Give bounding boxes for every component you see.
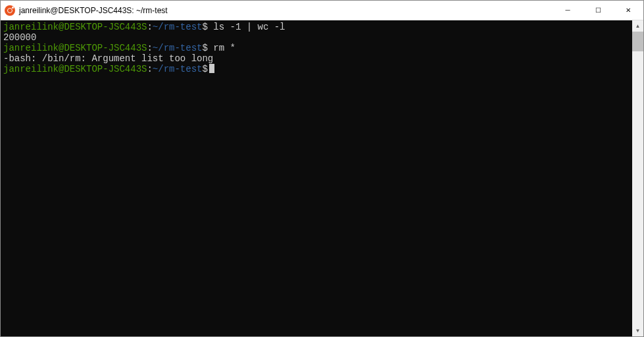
prompt-path: ~/rm-test xyxy=(153,22,203,32)
scroll-up-arrow-icon[interactable]: ▲ xyxy=(632,20,643,32)
terminal-wrapper: janreilink@DESKTOP-JSC443S:~/rm-test$ ls… xyxy=(1,20,643,336)
prompt-symbol: $ xyxy=(202,22,207,32)
maximize-button[interactable]: ☐ xyxy=(583,1,613,20)
output-1: 200000 xyxy=(3,32,630,43)
terminal-area[interactable]: janreilink@DESKTOP-JSC443S:~/rm-test$ ls… xyxy=(1,20,632,336)
terminal-line-2: janreilink@DESKTOP-JSC443S:~/rm-test$ rm… xyxy=(3,43,630,53)
window-title: janreilink@DESKTOP-JSC443S: ~/rm-test xyxy=(19,6,553,15)
prompt-path: ~/rm-test xyxy=(153,64,203,74)
command-2: rm * xyxy=(208,43,235,53)
prompt-colon: : xyxy=(147,43,152,53)
close-button[interactable]: ✕ xyxy=(613,1,643,20)
command-1: ls -1 | wc -l xyxy=(208,22,285,32)
prompt-symbol: $ xyxy=(202,64,207,74)
terminal-line-3: janreilink@DESKTOP-JSC443S:~/rm-test$ xyxy=(3,64,630,74)
terminal-line-1: janreilink@DESKTOP-JSC443S:~/rm-test$ ls… xyxy=(3,22,630,32)
vertical-scrollbar[interactable]: ▲ ▼ xyxy=(632,20,643,336)
ubuntu-icon xyxy=(5,5,15,16)
prompt-colon: : xyxy=(147,64,152,74)
scroll-down-arrow-icon[interactable]: ▼ xyxy=(632,325,643,336)
scroll-thumb[interactable] xyxy=(632,32,643,51)
prompt-user-host: janreilink@DESKTOP-JSC443S xyxy=(3,43,147,53)
prompt-path: ~/rm-test xyxy=(153,43,203,53)
prompt-symbol: $ xyxy=(202,43,207,53)
window-controls: ─ ☐ ✕ xyxy=(553,1,643,20)
cursor-icon xyxy=(209,64,214,73)
prompt-user-host: janreilink@DESKTOP-JSC443S xyxy=(3,64,147,74)
output-2: -bash: /bin/rm: Argument list too long xyxy=(3,53,630,64)
prompt-user-host: janreilink@DESKTOP-JSC443S xyxy=(3,22,147,32)
prompt-colon: : xyxy=(147,22,152,32)
window-titlebar: janreilink@DESKTOP-JSC443S: ~/rm-test ─ … xyxy=(1,1,643,20)
minimize-button[interactable]: ─ xyxy=(553,1,583,20)
